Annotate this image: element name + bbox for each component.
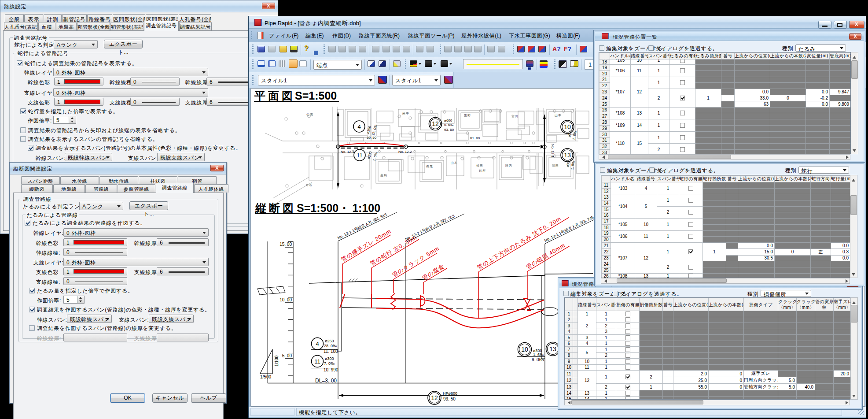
svg-text:ø250: ø250 — [325, 339, 334, 343]
svg-text:1/100: 1/100 — [274, 356, 279, 367]
svg-text:7. 0‰: 7. 0‰ — [324, 361, 335, 366]
svg-text:長尾: 長尾 — [426, 165, 433, 168]
svg-text:No. 13-1: No. 13-1 — [551, 144, 555, 158]
svg-text:管の上下方向のたるみ 沈下0. 20m: 管の上下方向のたるみ 沈下0. 20m — [476, 215, 562, 271]
svg-text:山本: 山本 — [555, 114, 562, 117]
svg-text:米中: 米中 — [402, 112, 409, 115]
svg-text:HPø600: HPø600 — [443, 391, 457, 396]
svg-text:10. 00: 10. 00 — [280, 297, 292, 302]
svg-text:ø300: ø300 — [367, 151, 373, 159]
svg-text:12: 12 — [432, 120, 439, 127]
svg-text:生駒: 生駒 — [380, 174, 387, 177]
svg-text:1. 6‰: 1. 6‰ — [572, 130, 577, 141]
svg-text:ø300: ø300 — [325, 356, 334, 361]
svg-text:10: 10 — [521, 346, 528, 353]
svg-text:No. 13-1 1号組立人孔 深3. 745: No. 13-1 1号組立人孔 深3. 745 — [544, 215, 594, 243]
svg-text:宮田: 宮田 — [511, 115, 519, 118]
svg-text:15. 00: 15. 00 — [280, 242, 292, 247]
svg-text:4: 4 — [316, 341, 319, 347]
svg-text:S=1:500・1:100: S=1:500・1:100 — [297, 202, 380, 214]
svg-text:9. 065: 9. 065 — [532, 357, 544, 362]
svg-text:1/500: 1/500 — [260, 375, 271, 379]
svg-text:5. 00: 5. 00 — [282, 353, 292, 358]
svg-text:11. 108: 11. 108 — [324, 349, 338, 354]
svg-text:平面図: 平面図 — [254, 89, 295, 102]
svg-text:縦断図: 縦断図 — [255, 202, 296, 214]
svg-text:公園: 公園 — [306, 113, 313, 116]
svg-text:93. 50: 93. 50 — [443, 397, 456, 401]
svg-text:11: 11 — [314, 358, 320, 365]
svg-text:0. 6‰: 0. 6‰ — [444, 123, 453, 127]
svg-text:4: 4 — [357, 123, 360, 130]
svg-text:鉄所: 鉄所 — [479, 169, 486, 172]
svg-text:月谷: 月谷 — [305, 183, 313, 187]
svg-text:28. 0‰: 28. 0‰ — [324, 344, 337, 348]
svg-text:30. 50: 30. 50 — [367, 136, 377, 140]
svg-text:岡田: 岡田 — [552, 164, 559, 167]
svg-text:93. 50: 93. 50 — [444, 128, 454, 132]
svg-text:10. 990: 10. 990 — [324, 367, 338, 372]
svg-text:13: 13 — [564, 152, 571, 159]
svg-text:No. 12-2: No. 12-2 — [398, 150, 412, 154]
svg-text:13: 13 — [549, 345, 556, 352]
svg-text:重野: 重野 — [464, 114, 471, 117]
svg-text:11: 11 — [357, 152, 363, 159]
svg-text:山本: 山本 — [451, 161, 458, 164]
svg-text:植田: 植田 — [476, 164, 483, 167]
svg-text:10: 10 — [564, 123, 571, 130]
svg-text:陣内: 陣内 — [505, 164, 512, 167]
svg-text:No. 12-1: No. 12-1 — [341, 150, 354, 154]
svg-text:管の破損 40mm: 管の破損 40mm — [525, 242, 566, 271]
svg-text:S=1:500: S=1:500 — [295, 89, 337, 102]
svg-text:No. 12-2 1号組立人孔 深2. 563: No. 12-2 1号組立人孔 深2. 563 — [405, 214, 455, 241]
svg-text:ø600: ø600 — [444, 119, 452, 122]
svg-text:61. 00: 61. 00 — [470, 136, 480, 140]
svg-text:1. 6‰: 1. 6‰ — [533, 352, 544, 357]
svg-text:12: 12 — [431, 394, 438, 401]
svg-text:DL=3. 00: DL=3. 00 — [315, 378, 337, 384]
